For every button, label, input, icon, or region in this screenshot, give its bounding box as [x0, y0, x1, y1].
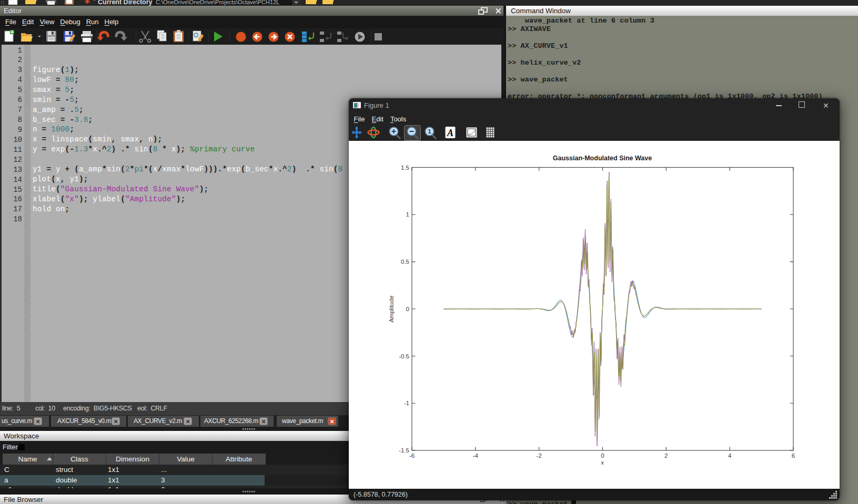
- svg-text:4: 4: [728, 452, 732, 459]
- svg-text:Gaussian-Modulated Sine Wave: Gaussian-Modulated Sine Wave: [553, 155, 652, 162]
- svg-text:0: 0: [601, 452, 604, 459]
- svg-text:Current Directory:: Current Directory:: [98, 0, 155, 6]
- svg-text:x: x: [601, 459, 604, 466]
- svg-text:-0.5: -0.5: [399, 353, 409, 359]
- svg-text:-6: -6: [409, 452, 415, 459]
- svg-text:1: 1: [428, 128, 431, 135]
- svg-text:1.5: 1.5: [401, 164, 409, 171]
- svg-text:-4: -4: [473, 452, 479, 459]
- svg-text:-1: -1: [404, 400, 409, 406]
- svg-text:C:\OneDrive\OneDrive\Projects\: C:\OneDrive\OneDrive\Projects\Octave\PCH…: [156, 0, 279, 5]
- svg-text:-1.5: -1.5: [399, 447, 409, 454]
- svg-text:0: 0: [406, 306, 409, 312]
- svg-text:-2: -2: [537, 452, 542, 459]
- svg-text:0.5: 0.5: [401, 259, 409, 265]
- svg-text:1: 1: [406, 211, 409, 218]
- svg-text:2: 2: [664, 452, 668, 459]
- svg-text:A: A: [447, 128, 453, 138]
- svg-text:Amplitude: Amplitude: [388, 295, 395, 322]
- svg-text:6: 6: [792, 452, 795, 459]
